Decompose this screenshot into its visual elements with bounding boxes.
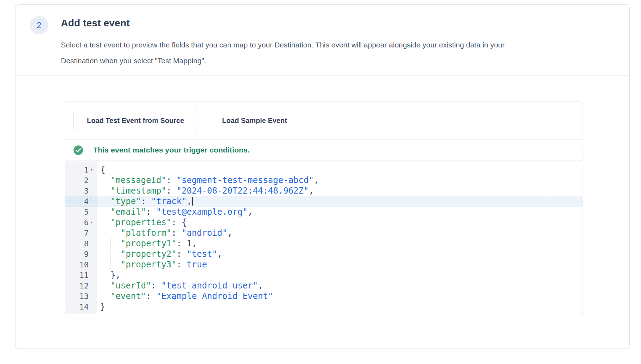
line-number-gutter: 6▾ [65, 217, 97, 228]
text-cursor [192, 197, 193, 206]
code-line-2[interactable]: 2 "messageId": "segment-test-message-abc… [65, 175, 583, 186]
fold-arrow-icon[interactable]: ▾ [89, 217, 95, 228]
line-number-gutter: 8 [65, 238, 97, 249]
json-code-editor[interactable]: 1▾{2 "messageId": "segment-test-message-… [65, 162, 583, 314]
code-text: { [97, 164, 105, 175]
code-line-6[interactable]: 6▾ "properties": { [65, 217, 583, 228]
step-description: Select a test event to preview the field… [61, 37, 620, 69]
trigger-match-status: This event matches your trigger conditio… [65, 139, 583, 161]
code-line-14[interactable]: 14} [65, 301, 583, 312]
code-line-4[interactable]: 4 "type": "track", [65, 196, 583, 207]
line-number-gutter: 13 [65, 291, 97, 301]
code-text: "property2": "test", [97, 249, 222, 259]
line-number-gutter: 7 [65, 228, 97, 238]
line-number: 9 [84, 250, 89, 259]
fold-arrow-icon[interactable]: ▾ [89, 164, 95, 175]
line-number-gutter: 5 [65, 207, 97, 217]
trigger-match-message: This event matches your trigger conditio… [93, 146, 250, 154]
check-circle-icon [74, 145, 83, 155]
line-number-gutter: 12 [65, 280, 97, 291]
code-text: "type": "track", [97, 196, 193, 207]
code-lines: 1▾{2 "messageId": "segment-test-message-… [65, 164, 583, 312]
code-text: }, [97, 270, 121, 280]
load-test-event-button[interactable]: Load Test Event from Source [74, 110, 197, 131]
code-line-1[interactable]: 1▾{ [65, 164, 583, 175]
code-text: "timestamp": "2024-08-20T22:44:48.962Z", [97, 186, 314, 196]
code-text: "platform": "android", [97, 228, 233, 238]
line-number: 12 [80, 281, 89, 290]
line-number-gutter: 9 [65, 249, 97, 259]
code-line-9[interactable]: 9 "property2": "test", [65, 249, 583, 259]
line-number-gutter: 3 [65, 186, 97, 196]
event-button-row: Load Test Event from Source Load Sample … [65, 102, 583, 139]
line-number: 7 [84, 229, 89, 238]
line-number: 3 [84, 187, 89, 195]
code-line-12[interactable]: 12 "userId": "test-android-user", [65, 280, 583, 291]
test-event-panel: Load Test Event from Source Load Sample … [65, 102, 583, 161]
code-text: "email": "test@example.org", [97, 207, 253, 217]
code-line-8[interactable]: 8 "property1": 1, [65, 238, 583, 249]
step-description-line: Destination when you select "Test Mappin… [61, 53, 620, 69]
line-number: 14 [80, 303, 89, 311]
code-text: "userId": "test-android-user", [97, 280, 263, 291]
code-text: "event": "Example Android Event" [97, 291, 273, 301]
add-test-event-card: 2 Add test event Select a test event to … [15, 4, 630, 349]
code-text: } [97, 301, 105, 312]
code-line-7[interactable]: 7 "platform": "android", [65, 228, 583, 238]
line-number-gutter: 2 [65, 175, 97, 186]
code-text: "property1": 1, [97, 238, 197, 249]
code-text: "messageId": "segment-test-message-abcd"… [97, 175, 319, 186]
line-number: 8 [84, 239, 89, 248]
step-description-line: Select a test event to preview the field… [61, 37, 620, 53]
line-number-gutter: 14 [65, 301, 97, 312]
header-divider [15, 75, 629, 76]
line-number-gutter: 1▾ [65, 164, 97, 175]
line-number-gutter: 10 [65, 259, 97, 270]
line-number: 11 [80, 271, 89, 280]
step-number-badge: 2 [30, 16, 48, 34]
line-number: 1 [84, 165, 89, 174]
code-line-13[interactable]: 13 "event": "Example Android Event" [65, 291, 583, 301]
code-text: "property3": true [97, 259, 207, 270]
line-number-gutter: 11 [65, 270, 97, 280]
code-line-10[interactable]: 10 "property3": true [65, 259, 583, 270]
line-number: 6 [84, 218, 89, 227]
line-number: 13 [80, 292, 89, 301]
line-number: 2 [84, 176, 89, 185]
page-title: Add test event [61, 18, 130, 29]
code-line-5[interactable]: 5 "email": "test@example.org", [65, 207, 583, 217]
code-text: "properties": { [97, 217, 187, 228]
load-sample-event-button[interactable]: Load Sample Event [218, 110, 291, 131]
line-number-gutter: 4 [65, 196, 97, 207]
line-number: 10 [80, 260, 89, 269]
line-number: 5 [84, 208, 89, 216]
code-line-3[interactable]: 3 "timestamp": "2024-08-20T22:44:48.962Z… [65, 186, 583, 196]
line-number: 4 [84, 197, 89, 206]
indent-guide [110, 238, 111, 270]
code-line-11[interactable]: 11 }, [65, 270, 583, 280]
